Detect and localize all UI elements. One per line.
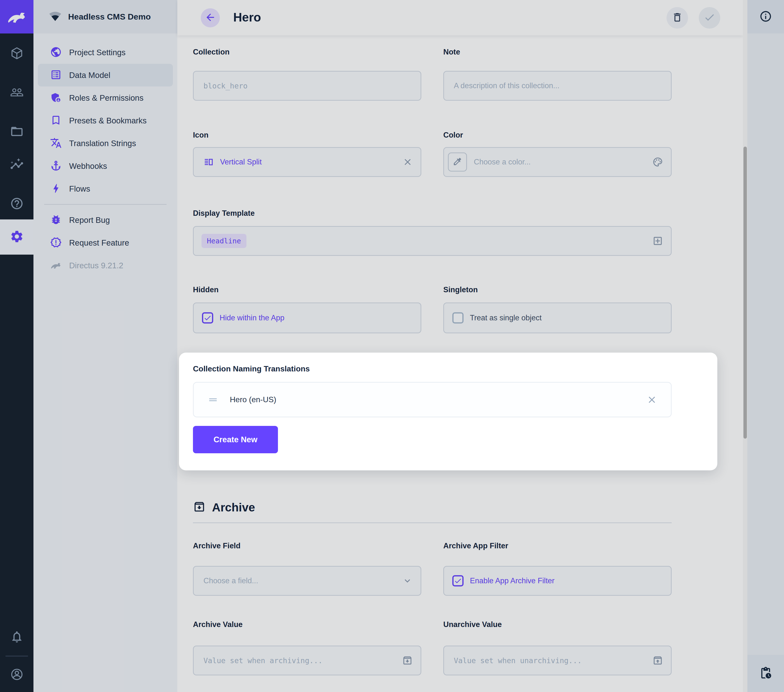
list-alt-icon	[50, 69, 62, 82]
version-label: Directus 9.21.2	[69, 261, 124, 270]
color-input[interactable]: Choose a color...	[443, 147, 672, 177]
module-bar-divider	[5, 656, 28, 657]
sidebar-item-label: Flows	[69, 184, 90, 193]
sidebar-item-request-feature[interactable]: Request Feature	[33, 231, 177, 254]
check-icon	[704, 12, 715, 24]
eyedropper-icon	[453, 157, 462, 167]
settings-sidebar: Headless CMS Demo Project Settings Data …	[33, 0, 177, 692]
bell-icon	[10, 630, 24, 644]
color-label: Color	[443, 131, 463, 140]
sidebar-item-project-settings[interactable]: Project Settings	[33, 41, 177, 64]
checkbox-unchecked-icon[interactable]	[452, 312, 464, 324]
hidden-checkbox-field[interactable]: Hide within the App	[193, 302, 421, 333]
bolt-icon	[50, 183, 62, 195]
save-button[interactable]	[699, 7, 720, 28]
module-help-button[interactable]	[0, 191, 33, 218]
color-swatch-button[interactable]	[448, 152, 467, 172]
archive-icon	[193, 500, 206, 514]
sidebar-item-label: Translation Strings	[69, 139, 136, 148]
shield-person-icon	[50, 92, 62, 104]
translate-icon	[50, 137, 62, 150]
sidebar-item-presets-bookmarks[interactable]: Presets & Bookmarks	[33, 109, 177, 132]
palette-icon[interactable]	[652, 157, 663, 167]
module-content-button[interactable]	[0, 40, 33, 67]
sidebar-item-label: Roles & Permissions	[69, 93, 143, 102]
rabbit-icon	[7, 6, 27, 28]
unarchive-value-label: Unarchive Value	[443, 620, 502, 629]
unarchive-value-input[interactable]: Value set when unarchiving...	[443, 646, 672, 675]
checkbox-checked-icon[interactable]	[202, 312, 213, 324]
sidebar-item-translation-strings[interactable]: Translation Strings	[33, 132, 177, 155]
gear-icon	[10, 230, 24, 244]
drag-handle-icon[interactable]	[208, 394, 219, 405]
archive-value-placeholder: Value set when archiving...	[203, 656, 323, 665]
archive-app-filter-label: Archive App Filter	[443, 542, 508, 550]
sidebar-item-data-model[interactable]: Data Model	[38, 64, 173, 86]
page-title: Hero	[233, 10, 261, 25]
archive-section-header: Archive	[193, 500, 255, 514]
add-field-button[interactable]	[652, 236, 663, 246]
settings-nav-list: Project Settings Data Model Roles & Perm…	[33, 41, 177, 277]
note-input[interactable]: A description of this collection...	[443, 71, 672, 101]
archive-app-filter-checkbox-label: Enable App Archive Filter	[470, 576, 554, 585]
hidden-checkbox-label: Hide within the App	[219, 314, 284, 322]
delete-collection-button[interactable]	[667, 7, 688, 28]
archive-section-title: Archive	[212, 501, 255, 514]
module-bar	[0, 0, 33, 692]
notifications-button[interactable]	[0, 624, 33, 651]
anchor-icon	[50, 160, 62, 172]
trash-icon	[672, 12, 683, 24]
user-menu-button[interactable]	[0, 661, 33, 688]
sidebar-item-flows[interactable]: Flows	[33, 177, 177, 200]
users-icon	[10, 86, 24, 100]
module-insights-button[interactable]	[0, 152, 33, 178]
avatar-icon	[10, 667, 24, 682]
module-settings-button[interactable]	[0, 220, 33, 254]
module-files-button[interactable]	[0, 119, 33, 145]
display-template-input[interactable]: Headline	[193, 226, 672, 256]
icon-value: Vertical Split	[220, 158, 262, 167]
sidebar-item-report-bug[interactable]: Report Bug	[33, 209, 177, 231]
icon-label: Icon	[193, 131, 209, 140]
translation-item-label: Hero (en-US)	[230, 395, 276, 404]
sidebar-item-label: Webhooks	[69, 162, 107, 171]
main-content: Hero Collection Note block_hero A descri…	[177, 0, 743, 692]
project-bar[interactable]: Headless CMS Demo	[33, 0, 177, 33]
globe-icon	[50, 46, 62, 59]
sidebar-item-roles-permissions[interactable]: Roles & Permissions	[33, 86, 177, 109]
template-chip[interactable]: Headline	[201, 234, 246, 248]
back-button[interactable]	[201, 8, 220, 27]
create-new-button[interactable]: Create New	[193, 426, 278, 453]
unarchive-value-placeholder: Value set when unarchiving...	[454, 656, 582, 665]
sidebar-revisions-button[interactable]	[747, 655, 784, 692]
icon-input[interactable]: Vertical Split	[193, 147, 421, 177]
arrow-left-icon	[205, 12, 216, 24]
display-template-label: Display Template	[193, 209, 255, 218]
singleton-checkbox-label: Treat as single object	[470, 314, 542, 322]
sidebar-item-label: Project Settings	[69, 48, 125, 57]
archive-value-input[interactable]: Value set when archiving...	[193, 646, 421, 675]
archive-field-select[interactable]: Choose a field...	[193, 566, 421, 596]
sidebar-item-label: Report Bug	[69, 216, 110, 225]
translation-list-item[interactable]: Hero (en-US)	[193, 382, 672, 417]
module-users-button[interactable]	[0, 79, 33, 106]
sidebar-item-label: Request Feature	[69, 238, 129, 248]
info-icon	[759, 10, 772, 24]
bug-icon	[50, 214, 62, 226]
sidebar-info-button[interactable]	[747, 0, 784, 33]
checkbox-checked-icon[interactable]	[452, 575, 464, 586]
archive-value-label: Archive Value	[193, 620, 242, 629]
help-icon	[10, 197, 24, 211]
sidebar-item-webhooks[interactable]: Webhooks	[33, 155, 177, 177]
singleton-checkbox-field[interactable]: Treat as single object	[443, 302, 672, 333]
bookmark-icon	[50, 114, 62, 127]
pending-actions-icon	[759, 666, 772, 680]
collection-input[interactable]: block_hero	[193, 71, 421, 101]
remove-translation-button[interactable]	[647, 395, 657, 405]
directus-logo[interactable]	[0, 0, 33, 33]
archive-app-filter-field[interactable]: Enable App Archive Filter	[443, 566, 672, 596]
scrollbar-thumb[interactable]	[743, 147, 747, 439]
clear-icon-button[interactable]	[402, 157, 413, 167]
collection-naming-translations-card: Collection Naming Translations Hero (en-…	[179, 353, 717, 471]
sidebar-item-version: Directus 9.21.2	[33, 254, 177, 277]
